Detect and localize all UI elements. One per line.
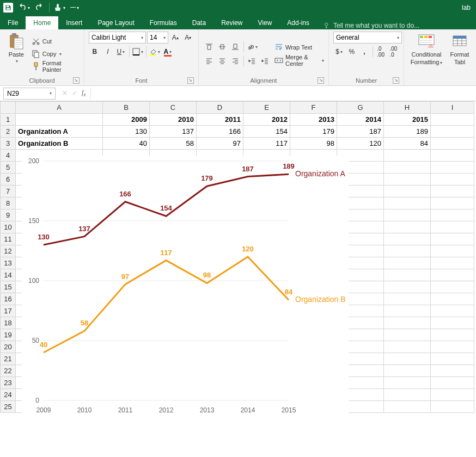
cell[interactable] xyxy=(384,281,431,293)
cell[interactable]: 166 xyxy=(197,126,243,138)
undo-button[interactable]: ▾ xyxy=(17,1,30,14)
col-header[interactable]: B xyxy=(103,102,150,114)
cell[interactable] xyxy=(384,174,431,186)
tab-view[interactable]: View xyxy=(251,16,280,29)
align-right-button[interactable] xyxy=(229,55,241,67)
cell[interactable]: 2013 xyxy=(290,114,337,126)
name-box[interactable]: N29▾ xyxy=(3,88,56,100)
row-header[interactable]: 10 xyxy=(1,221,16,233)
cell[interactable] xyxy=(431,162,474,174)
cell[interactable] xyxy=(384,365,431,377)
increase-indent-button[interactable] xyxy=(259,55,271,67)
enter-formula-icon[interactable]: ✓ xyxy=(72,89,77,97)
decrease-indent-button[interactable] xyxy=(246,55,258,67)
cell[interactable] xyxy=(431,257,474,269)
row-header[interactable]: 17 xyxy=(1,305,16,317)
cell[interactable] xyxy=(431,401,474,413)
cell[interactable] xyxy=(431,209,474,221)
cell[interactable]: 187 xyxy=(337,126,384,138)
underline-button[interactable]: U▾ xyxy=(115,46,127,58)
cell[interactable] xyxy=(431,138,474,150)
format-painter-button[interactable]: Format Painter xyxy=(32,61,80,72)
row-header[interactable]: 13 xyxy=(1,257,16,269)
format-as-table-button[interactable]: Format Tabl xyxy=(448,32,472,76)
orientation-button[interactable]: ab▾ xyxy=(246,41,258,53)
cut-button[interactable]: Cut xyxy=(32,36,80,47)
row-header[interactable]: 6 xyxy=(1,174,16,186)
italic-button[interactable]: I xyxy=(102,46,114,58)
cell[interactable]: 97 xyxy=(197,138,243,150)
align-center-button[interactable] xyxy=(216,55,228,67)
tab-home[interactable]: Home xyxy=(26,16,58,29)
decrease-decimal-button[interactable]: .00.0 xyxy=(388,46,399,58)
cell[interactable] xyxy=(431,389,474,401)
conditional-formatting-button[interactable]: Conditional Formatting▾ xyxy=(408,32,444,76)
row-header[interactable]: 11 xyxy=(1,233,16,245)
dialog-launcher-icon[interactable]: ↘ xyxy=(187,77,194,84)
cell[interactable] xyxy=(431,269,474,281)
cell[interactable] xyxy=(431,365,474,377)
cell[interactable] xyxy=(384,377,431,389)
cell[interactable] xyxy=(384,389,431,401)
col-header[interactable]: C xyxy=(150,102,197,114)
cell[interactable]: Organization A xyxy=(16,126,103,138)
cell[interactable] xyxy=(384,257,431,269)
cell[interactable] xyxy=(431,126,474,138)
number-format-combo[interactable]: General▾ xyxy=(333,32,402,44)
cell[interactable]: 98 xyxy=(290,138,337,150)
cell[interactable] xyxy=(384,341,431,353)
cell[interactable]: 58 xyxy=(150,138,197,150)
select-all-corner[interactable] xyxy=(1,102,16,114)
cell[interactable] xyxy=(431,197,474,209)
col-header[interactable]: I xyxy=(431,102,474,114)
accounting-format-button[interactable]: $▾ xyxy=(333,46,345,58)
font-color-button[interactable]: A▾ xyxy=(162,46,174,58)
cell[interactable] xyxy=(431,293,474,305)
cell[interactable] xyxy=(384,353,431,365)
tab-page-layout[interactable]: Page Layout xyxy=(90,16,142,29)
cell[interactable] xyxy=(384,162,431,174)
row-header[interactable]: 20 xyxy=(1,341,16,353)
percent-format-button[interactable]: % xyxy=(346,46,357,58)
cell[interactable] xyxy=(431,186,474,197)
decrease-font-button[interactable]: A▾ xyxy=(182,32,194,44)
row-header[interactable]: 24 xyxy=(1,389,16,401)
cell[interactable]: 2014 xyxy=(337,114,384,126)
dialog-launcher-icon[interactable]: ↘ xyxy=(393,77,399,84)
cell[interactable] xyxy=(431,329,474,341)
align-bottom-button[interactable] xyxy=(229,41,241,53)
row-header[interactable]: 19 xyxy=(1,329,16,341)
cell[interactable] xyxy=(431,281,474,293)
col-header[interactable]: D xyxy=(197,102,243,114)
cell[interactable]: 2009 xyxy=(103,114,150,126)
merge-center-button[interactable]: Merge & Center▾ xyxy=(274,55,324,66)
cell[interactable] xyxy=(431,245,474,257)
cancel-formula-icon[interactable]: ✕ xyxy=(62,89,68,97)
row-header[interactable]: 7 xyxy=(1,186,16,197)
cell[interactable] xyxy=(431,317,474,329)
cell[interactable] xyxy=(16,114,103,126)
align-middle-button[interactable] xyxy=(216,41,228,53)
tab-insert[interactable]: Insert xyxy=(58,16,90,29)
cell[interactable] xyxy=(431,221,474,233)
worksheet-grid[interactable]: A B C D E F G H I 1200920102011201220132… xyxy=(0,101,476,413)
tell-me-search[interactable]: Tell me what you want to do... xyxy=(317,22,426,29)
font-size-combo[interactable]: 14▾ xyxy=(147,32,168,44)
cell[interactable] xyxy=(384,150,431,162)
cell[interactable] xyxy=(384,233,431,245)
cell[interactable]: 2011 xyxy=(197,114,243,126)
row-header[interactable]: 1 xyxy=(1,114,16,126)
row-header[interactable]: 16 xyxy=(1,293,16,305)
row-header[interactable]: 15 xyxy=(1,281,16,293)
increase-decimal-button[interactable]: .0.00 xyxy=(375,46,387,58)
copy-button[interactable]: Copy▾ xyxy=(32,48,80,59)
cell[interactable] xyxy=(384,317,431,329)
cell[interactable] xyxy=(431,305,474,317)
cell[interactable] xyxy=(384,293,431,305)
cell[interactable] xyxy=(431,150,474,162)
cell[interactable] xyxy=(384,221,431,233)
wrap-text-button[interactable]: Wrap Text xyxy=(274,42,324,53)
row-header[interactable]: 9 xyxy=(1,209,16,221)
tab-formulas[interactable]: Formulas xyxy=(142,16,185,29)
qat-customize-button[interactable]: ▾ xyxy=(68,1,81,14)
